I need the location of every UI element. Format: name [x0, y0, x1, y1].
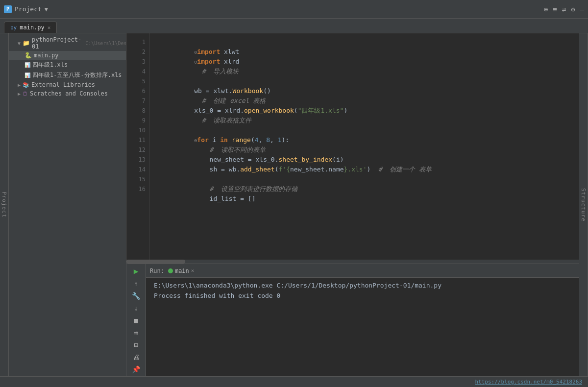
status-bar: https://blog.csdn.net/m0_54218263: [0, 376, 588, 387]
line-num-5: 5: [126, 76, 149, 86]
string-filename: "四年级1.xls": [298, 107, 344, 114]
run-tab-main[interactable]: main ×: [168, 267, 195, 274]
line-num-4: 4: [126, 67, 149, 76]
tree-item-xls1[interactable]: 📊 四年级1.xls: [9, 60, 126, 70]
file-tree: ▼ 📁 pythonProject-01 C:\Users\1\Desktop\…: [9, 33, 126, 100]
tree-item-project[interactable]: ▼ 📁 pythonProject-01 C:\Users\1\Desktop\: [9, 35, 126, 51]
module-xlrd: xlrd: [220, 58, 239, 65]
line-num-3: 3: [126, 57, 149, 67]
op-eq-7: =: [213, 107, 224, 114]
line-num-13: 13: [126, 155, 149, 165]
tree-item-external-libs[interactable]: ▶ 📚 External Libraries: [9, 80, 126, 89]
library-icon: 📚: [23, 82, 29, 88]
line-num-7: 7: [126, 96, 149, 106]
fstring-var: new_sheet.name: [290, 166, 344, 173]
tab-close-icon[interactable]: ×: [48, 24, 51, 31]
code-line-10: ⊖for i in range(4, 8, 1):: [156, 125, 573, 135]
sidebar: ▼ 📁 pythonProject-01 C:\Users\1\Desktop\…: [9, 33, 126, 376]
run-collapse-button[interactable]: ⊟: [129, 339, 143, 350]
minimize-icon[interactable]: —: [580, 5, 584, 13]
op-eq-16: =: [236, 195, 247, 202]
code-content[interactable]: ⊖import xlwt ⊖import xlrd # 导入模块 wb = xl…: [150, 33, 579, 260]
fstring-brace-open: {: [286, 166, 290, 173]
navigate-icon[interactable]: ⊕: [544, 5, 548, 13]
tab-main-py[interactable]: py main.py ×: [4, 22, 57, 33]
comment-line-13: # 创建一个 表单: [370, 166, 432, 173]
line-num-2: 2: [126, 47, 149, 57]
var-i: i: [209, 136, 220, 144]
var-wb: wb: [194, 87, 202, 95]
comment-line-15: # 设置空列表进行数据的存储: [194, 185, 297, 193]
scroll-thumb[interactable]: [126, 260, 185, 264]
var-sh: sh: [194, 166, 217, 173]
paren-7: (: [294, 107, 298, 114]
run-pin-button[interactable]: 📌: [129, 364, 143, 374]
run-panel: ▶ ↑ 🔧 ↓ ■ ⇉ ⊟ 🖨 📌 Run: main ×: [126, 264, 579, 376]
var-new-sheet: new_sheet: [194, 156, 244, 163]
xls2-label: 四年级1-五至八班-分数排序.xls: [32, 71, 122, 79]
project-folder-label: pythonProject-01: [32, 36, 81, 50]
comment-line-8: # 读取表格文件: [194, 117, 251, 124]
keyword-for: for: [197, 136, 208, 144]
xls0-sheet: xls_0.: [256, 156, 279, 163]
project-path: C:\Users\1\Desktop\: [85, 41, 126, 46]
comma-1: ,: [259, 136, 267, 144]
run-next-button[interactable]: ⇉: [129, 327, 143, 338]
line-num-1: 1: [126, 37, 149, 47]
horizontal-scrollbar[interactable]: [126, 260, 579, 264]
func-add-sheet: add_sheet: [240, 166, 274, 173]
run-dot-icon: [168, 268, 173, 273]
main-layout: Project ▼ 📁 pythonProject-01 C:\Users\1\…: [0, 33, 588, 376]
project-panel-strip: Project: [0, 33, 9, 376]
run-play-button[interactable]: ▶: [129, 266, 143, 276]
code-line-5: wb = xlwt.Workbook(): [156, 76, 573, 86]
xls-file-icon: 📊: [24, 62, 30, 68]
xls-file-icon-2: 📊: [24, 73, 30, 78]
scratches-label: Scratches and Consoles: [30, 90, 108, 97]
dropdown-chevron[interactable]: ▼: [45, 6, 48, 13]
paren-range: (: [251, 136, 255, 144]
run-tab-bar: Run: main ×: [146, 264, 579, 278]
sync-icon[interactable]: ⇄: [562, 5, 566, 13]
run-command: E:\Users\1\anaconda3\python.exe C:/Users…: [154, 282, 571, 289]
main-py-label: main.py: [34, 52, 59, 59]
tree-item-scratches[interactable]: ▶ 🗒 Scratches and Consoles: [9, 89, 126, 98]
line-num-9: 9: [126, 116, 149, 125]
chevron-right-icon-2: ▶: [18, 91, 21, 97]
paren-12: (: [332, 156, 336, 163]
line-num-10: 10: [126, 125, 149, 135]
comment-line-6: # 创建 excel 表格: [194, 97, 266, 104]
fstring-13: f': [279, 166, 287, 173]
run-tool-button[interactable]: 🔧: [129, 290, 143, 301]
run-print-button[interactable]: 🖨: [129, 352, 143, 362]
chevron-right-icon: ▶: [18, 82, 21, 88]
run-tab-close[interactable]: ×: [191, 267, 195, 274]
comment-line-11: # 读取不同的表单: [194, 146, 266, 153]
var-id-list: id_list: [194, 195, 236, 202]
run-label: Run:: [150, 267, 164, 274]
run-stop-button[interactable]: ■: [129, 315, 143, 325]
keyword-in: in: [220, 136, 228, 144]
external-libs-label: External Libraries: [31, 81, 95, 88]
tree-item-main-py[interactable]: 🐍 main.py: [9, 51, 126, 60]
keyword-import-1: import: [197, 48, 220, 55]
fstring-end: .xls': [347, 166, 367, 173]
func-open-workbook: open_workbook: [244, 107, 294, 114]
chevron-down-icon: ▼: [18, 41, 21, 46]
run-down-button[interactable]: ↓: [129, 303, 143, 313]
func-workbook: Workbook: [233, 87, 264, 95]
run-up-button[interactable]: ↑: [129, 278, 143, 289]
run-result: Process finished with exit code 0: [154, 292, 571, 299]
comment-line-3: # 导入模块: [194, 68, 239, 75]
project-icon: P: [4, 5, 12, 13]
num-1: 1: [278, 136, 282, 144]
python-file-icon: 🐍: [24, 52, 32, 59]
list-icon[interactable]: ≡: [553, 5, 557, 13]
tree-item-xls2[interactable]: 📊 四年级1-五至八班-分数排序.xls: [9, 70, 126, 80]
num-8: 8: [266, 136, 270, 144]
folder-icon: 📁: [23, 40, 30, 47]
gear-icon[interactable]: ⚙: [571, 5, 575, 13]
status-url[interactable]: https://blog.csdn.net/m0_54218263: [475, 379, 582, 385]
run-tab-name: main: [175, 267, 189, 274]
code-line-1: ⊖import xlwt: [156, 37, 573, 47]
